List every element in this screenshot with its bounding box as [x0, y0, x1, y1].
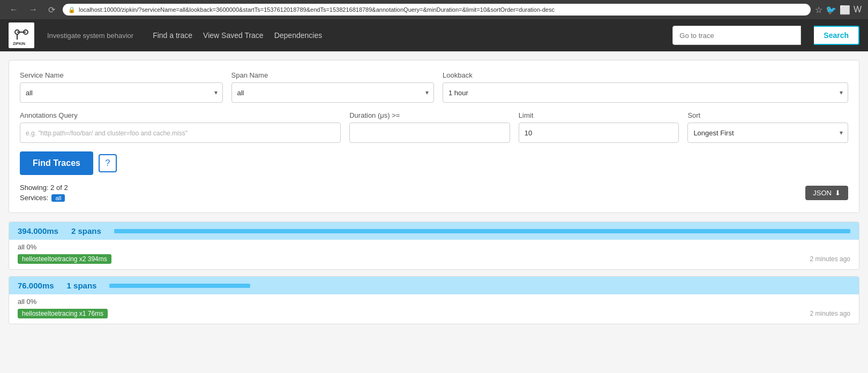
sort-group: Sort Longest First Shortest First Newest… [687, 111, 848, 143]
extensions-icon[interactable]: ⬜ [840, 5, 850, 15]
annotations-group: Annotations Query [20, 111, 341, 143]
annotations-label: Annotations Query [20, 111, 341, 119]
navbar-tagline: Investigate system behavior [47, 32, 133, 40]
trace-duration-1: 394.000ms [18, 226, 58, 235]
lookback-label: Lookback [443, 71, 848, 79]
trace-bar-container-1 [114, 229, 850, 233]
trace-bar-container-2 [109, 284, 850, 288]
trace-time-2: 2 minutes ago [810, 310, 850, 317]
limit-group: Limit [519, 111, 679, 143]
lock-icon: 🔒 [68, 6, 76, 13]
json-download-button[interactable]: JSON ⬇ [805, 186, 848, 200]
service-name-group: Service Name all [20, 71, 223, 103]
service-name-label: Service Name [20, 71, 223, 79]
span-name-label: Span Name [231, 71, 435, 79]
trace-service-pct-1: all 0% [18, 243, 850, 251]
dependencies-link[interactable]: Dependencies [274, 31, 323, 40]
svg-text:ZIPKIN: ZIPKIN [13, 42, 25, 45]
trace-duration-2: 76.000ms [18, 281, 54, 290]
lookback-group: Lookback 1 hour 2 hours 6 hours 12 hours… [443, 71, 848, 103]
table-row[interactable]: 76.000ms 1 spans all 0% hellosteeltoetra… [9, 276, 859, 324]
sort-select-wrapper: Longest First Shortest First Newest Firs… [687, 123, 848, 143]
url-text: localhost:10000/zipkin/?serviceName=all&… [79, 6, 555, 13]
lookback-select[interactable]: 1 hour 2 hours 6 hours 12 hours 1 day 2 … [443, 82, 848, 103]
trace-footer-2: hellosteeltoetracing x1 76ms 2 minutes a… [18, 309, 850, 318]
limit-input[interactable] [519, 123, 679, 143]
service-name-select-wrapper: all [20, 82, 223, 103]
trace-footer-1: hellosteeltoetracing x2 394ms 2 minutes … [18, 254, 850, 264]
showing-text: Showing: 2 of 2 [20, 184, 68, 192]
span-name-select[interactable]: all [231, 82, 435, 103]
star-icon[interactable]: ☆ [815, 5, 822, 15]
form-row-1: Service Name all Span Name all Lookback … [20, 71, 848, 103]
back-button[interactable]: ← [6, 4, 21, 16]
url-bar[interactable]: 🔒 localhost:10000/zipkin/?serviceName=al… [63, 4, 811, 16]
navbar: ZIPKIN Investigate system behavior Find … [0, 19, 868, 51]
find-a-trace-link[interactable]: Find a trace [153, 31, 192, 40]
form-row-2: Annotations Query Duration (μs) >= Limit… [20, 111, 848, 143]
logo: ZIPKIN [9, 22, 34, 48]
trace-spans-2: 1 spans [67, 281, 97, 290]
services-row: Services: all [20, 194, 68, 202]
trace-spans-1: 2 spans [71, 226, 101, 235]
sort-select[interactable]: Longest First Shortest First Newest Firs… [687, 123, 848, 143]
trace-service-pct-2: all 0% [18, 298, 850, 306]
duration-input[interactable] [349, 123, 510, 143]
trace-body-2: all 0% hellosteeltoetracing x1 76ms 2 mi… [9, 294, 859, 324]
trace-tag-2: hellosteeltoetracing x1 76ms [18, 309, 108, 318]
download-icon: ⬇ [835, 189, 841, 197]
trace-header-2: 76.000ms 1 spans [9, 277, 859, 294]
limit-label: Limit [519, 111, 679, 119]
duration-label: Duration (μs) >= [349, 111, 510, 119]
actions-row: Find Traces ? [20, 151, 848, 175]
service-name-select[interactable]: all [20, 82, 223, 103]
results-info-row: Showing: 2 of 2 Services: all JSON ⬇ [20, 184, 848, 202]
help-button[interactable]: ? [99, 154, 117, 172]
user-icon[interactable]: W [854, 5, 862, 14]
trace-bar-2 [109, 284, 250, 288]
browser-actions: ☆ 🐦 ⬜ W [815, 5, 862, 15]
lookback-select-wrapper: 1 hour 2 hours 6 hours 12 hours 1 day 2 … [443, 82, 848, 103]
json-label: JSON [813, 189, 832, 197]
logo-image: ZIPKIN [9, 22, 34, 48]
trace-bar-1 [114, 229, 850, 233]
search-panel: Service Name all Span Name all Lookback … [9, 60, 859, 213]
table-row[interactable]: 394.000ms 2 spans all 0% hellosteeltoetr… [9, 222, 859, 270]
trace-body-1: all 0% hellosteeltoetracing x2 394ms 2 m… [9, 240, 859, 269]
view-saved-trace-link[interactable]: View Saved Trace [203, 31, 264, 40]
navbar-links: Find a trace View Saved Trace Dependenci… [153, 31, 322, 40]
annotations-input[interactable] [20, 123, 341, 143]
duration-group: Duration (μs) >= [349, 111, 510, 143]
services-badge: all [51, 194, 65, 202]
forward-button[interactable]: → [26, 4, 41, 16]
twitter-icon[interactable]: 🐦 [826, 5, 836, 15]
span-name-select-wrapper: all [231, 82, 435, 103]
refresh-button[interactable]: ⟳ [45, 4, 58, 16]
find-traces-button[interactable]: Find Traces [20, 151, 93, 175]
goto-trace-input[interactable] [672, 26, 801, 45]
trace-header-1: 394.000ms 2 spans [9, 222, 859, 240]
search-button[interactable]: Search [814, 26, 859, 45]
trace-tag-1: hellosteeltoetracing x2 394ms [18, 254, 111, 264]
traces-container: 394.000ms 2 spans all 0% hellosteeltoetr… [9, 222, 859, 324]
trace-time-1: 2 minutes ago [810, 255, 850, 263]
results-info: Showing: 2 of 2 Services: all [20, 184, 68, 202]
browser-bar: ← → ⟳ 🔒 localhost:10000/zipkin/?serviceN… [0, 0, 868, 19]
services-label: Services: [20, 194, 48, 202]
span-name-group: Span Name all [231, 71, 435, 103]
sort-label: Sort [687, 111, 848, 119]
